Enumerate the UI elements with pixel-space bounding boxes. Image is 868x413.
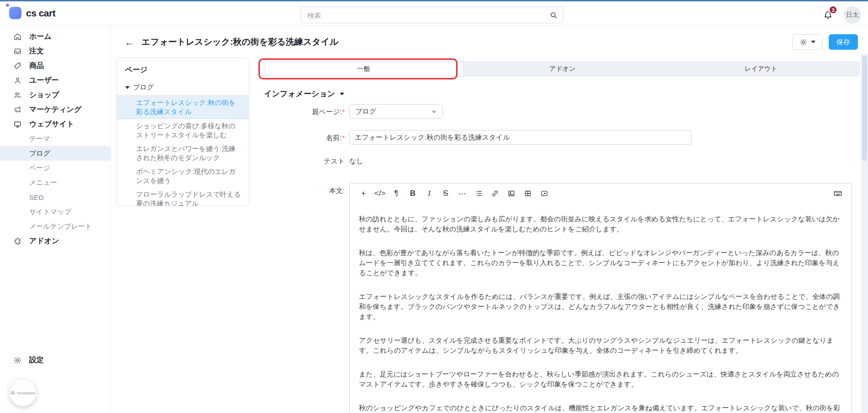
tab-addons[interactable]: アドオン (463, 61, 662, 77)
sidebar: ホーム 注文 商品 ユーザー (0, 26, 111, 413)
image-button[interactable] (503, 186, 520, 201)
save-button[interactable]: 保存 (829, 34, 858, 50)
required-asterisk: * (342, 108, 345, 115)
sidebar-item-menus[interactable]: メニュー (0, 175, 110, 190)
main-content: ← エフォートレスシック:秋の街を彩る洗練スタイル 保存 ページ ブログ エフォ… (111, 26, 868, 413)
admin-screen: cs cart 3 日太 ホーム (0, 0, 868, 413)
required-asterisk: * (342, 134, 345, 141)
megaphone-icon (13, 105, 22, 114)
logo-text: cs cart (26, 8, 55, 19)
sidebar-item-pages[interactable]: ページ (0, 161, 110, 175)
paragraph-format-button[interactable]: ¶ (388, 186, 405, 201)
body-paragraph: また、足元にはショートブーツやローファーを合わせると、秋らしい季節感が演出されま… (359, 369, 842, 389)
monitor-icon (13, 120, 22, 129)
scrollbar-thumb[interactable] (862, 56, 867, 161)
orders-icon (13, 47, 22, 56)
globe-icon (11, 391, 15, 395)
media-embed-button[interactable] (536, 186, 552, 201)
rich-text-editor: + </> ¶ B I S ⋯ (349, 183, 852, 413)
section-caret-icon (340, 93, 344, 95)
body-paragraph: 秋の訪れとともに、ファッションの楽しみも広がります。都会の街並みに映えるスタイル… (359, 214, 842, 234)
body-paragraph: エフォートレスシックなスタイルを作るためには、バランスが重要です。例えば、主張の… (359, 292, 842, 322)
tree-item-bohemian-chic[interactable]: ボヘミアンシック:現代のエレガンスを纏う (117, 165, 249, 188)
body-paragraph: アクセサリー選びも、スタイルを完成させる重要なポイントです。大ぶりのサングラスや… (359, 335, 842, 355)
parent-page-label: 親ページ:* (264, 108, 345, 116)
bold-button[interactable]: B (405, 186, 421, 201)
link-button[interactable] (487, 186, 503, 201)
tree-item-elegance-power[interactable]: エレガンスとパワーを纏う:洗練された秋冬のモダンルック (117, 142, 249, 165)
search-input[interactable] (301, 7, 544, 23)
name-label: 名前:* (264, 134, 345, 142)
sidebar-item-sitemap[interactable]: サイトマップ (0, 204, 110, 219)
parent-page-select[interactable]: ブログ (349, 104, 443, 119)
chevron-down-icon (811, 41, 815, 43)
body-label: 本文: (264, 187, 345, 195)
back-arrow-icon[interactable]: ← (125, 37, 134, 47)
list-button[interactable] (470, 186, 487, 201)
keyboard-shortcuts-button[interactable] (830, 186, 846, 201)
editor-content[interactable]: 秋の訪れとともに、ファッションの楽しみも広がります。都会の街並みに映えるスタイル… (350, 204, 852, 413)
strikethrough-button[interactable]: S (437, 186, 454, 201)
cscart-logo[interactable]: cs cart (9, 7, 55, 19)
sidebar-item-products[interactable]: 商品 (0, 58, 110, 73)
sidebar-item-orders[interactable]: 注文 (0, 44, 110, 58)
notifications-bell[interactable]: 3 (820, 7, 836, 23)
tree-group-blog[interactable]: ブログ (117, 81, 249, 95)
settings-dropdown-button[interactable] (792, 34, 822, 50)
insert-plus-button[interactable]: + (355, 186, 372, 201)
tree-item-shopping-joy[interactable]: ショッピングの喜び:多様な秋のストリートスタイルを楽しむ (117, 119, 249, 142)
pages-panel-title: ページ (117, 65, 249, 81)
sidebar-item-mail-templates[interactable]: メールテンプレート (0, 219, 110, 234)
information-section-header[interactable]: インフォメーション (264, 89, 344, 99)
tab-strip: 一般 アドオン レイアウト (264, 61, 860, 77)
tree-item-floral-wrap[interactable]: フローラルラップドレスで叶える夏の洗練カジュアル (117, 188, 249, 206)
notification-count-badge: 3 (829, 5, 837, 14)
gear-icon (800, 38, 807, 46)
italic-button[interactable]: I (421, 186, 437, 201)
chevron-down-icon (431, 109, 437, 115)
sidebar-item-users[interactable]: ユーザー (0, 73, 110, 88)
test-label: テスト (264, 157, 345, 166)
page-title: エフォートレスシック:秋の街を彩る洗練スタイル (142, 36, 338, 48)
global-search[interactable] (300, 7, 563, 23)
tag-icon (13, 62, 22, 70)
tab-layout[interactable]: レイアウト (662, 61, 860, 77)
collapse-caret-icon (125, 86, 130, 89)
people-icon (13, 91, 22, 99)
sidebar-item-settings[interactable]: 設定 (0, 353, 110, 367)
sidebar-item-themes[interactable]: テーマ (0, 131, 110, 146)
tab-general[interactable]: 一般 (264, 61, 463, 77)
sidebar-item-website[interactable]: ウェブサイト (0, 117, 110, 131)
logo-mark-icon (9, 7, 21, 19)
sidebar-item-addons[interactable]: アドオン (0, 234, 110, 248)
sidebar-item-home[interactable]: ホーム (0, 29, 110, 44)
sidebar-item-marketing[interactable]: マーケティング (0, 102, 110, 117)
test-value: なし (349, 157, 363, 166)
user-icon (13, 76, 22, 85)
search-icon[interactable] (544, 7, 563, 23)
user-avatar[interactable]: 日太 (844, 6, 861, 24)
home-icon (13, 32, 22, 41)
gear-icon (13, 356, 22, 365)
name-input[interactable] (349, 130, 692, 145)
sidebar-item-shops[interactable]: ショップ (0, 88, 110, 102)
table-button[interactable] (520, 186, 536, 201)
pages-panel: ページ ブログ エフォートレスシック:秋の街を彩る洗練スタイル ショッピングの喜… (116, 58, 249, 206)
tree-item-effortless-chic[interactable]: エフォートレスシック:秋の街を彩る洗練スタイル (117, 95, 249, 119)
storefront-badge[interactable]: TrendSphere (10, 380, 36, 406)
more-formats-button[interactable]: ⋯ (454, 186, 470, 201)
sidebar-item-blog[interactable]: ブログ (0, 146, 110, 161)
topbar: cs cart 3 日太 (0, 1, 868, 26)
puzzle-icon (13, 237, 22, 246)
body-paragraph: 秋は、色彩が豊かでありながら落ち着いたトーンが特徴的な季節です。例えば、ビビッド… (359, 248, 842, 278)
code-view-button[interactable]: </> (372, 186, 388, 201)
editor-toolbar: + </> ¶ B I S ⋯ (350, 183, 852, 204)
page-scrollbar[interactable] (861, 54, 868, 413)
sidebar-item-seo[interactable]: SEO (0, 190, 110, 204)
body-paragraph: 秋のショッピングやカフェでのひとときにぴったりのスタイルは、機能性とエレガンスを… (359, 403, 842, 413)
